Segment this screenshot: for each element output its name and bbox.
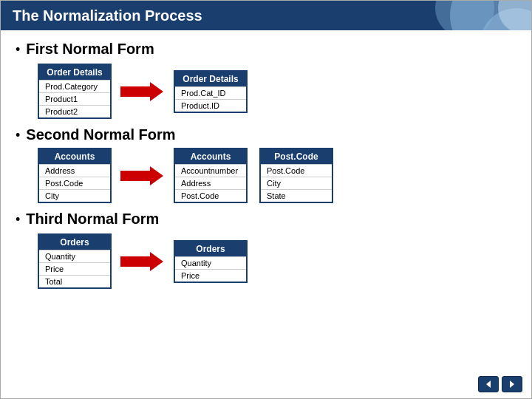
s2-right-row-2: City — [261, 177, 332, 189]
s3-left-row-2: Price — [39, 262, 110, 275]
page-title: The Normalization Process — [13, 7, 202, 24]
title-bar: The Normalization Process — [1, 1, 531, 30]
s2-middle-row-1: Accountnumber — [175, 164, 246, 177]
nav-back-button[interactable] — [478, 376, 499, 392]
s1-right-row-1: Prod.Cat_ID — [175, 86, 246, 99]
main-container: The Normalization Process • First Normal… — [0, 0, 532, 399]
s2-middle-row-2: Address — [175, 177, 246, 189]
section-1-title: First Normal Form — [26, 41, 154, 58]
section-3-tables: Orders Quantity Price Total Orders Quant… — [38, 233, 516, 289]
s2-left-table: Accounts Address Post.Code City — [38, 148, 112, 203]
s2-middle-table: Accounts Accountnumber Address Post.Code — [174, 148, 248, 203]
bullet-1: • — [16, 42, 20, 58]
s1-right-row-2: Product.ID — [175, 99, 246, 112]
s1-left-table: Order Details Prod.Category Product1 Pro… — [38, 64, 112, 119]
s2-left-header: Accounts — [39, 149, 110, 164]
s3-left-header: Orders — [39, 235, 110, 250]
svg-marker-7 — [486, 381, 491, 388]
s3-left-table: Orders Quantity Price Total — [38, 233, 112, 289]
s3-right-table: Orders Quantity Price — [174, 240, 248, 283]
s1-right-header: Order Details — [175, 72, 246, 86]
s2-left-row-3: City — [39, 189, 110, 202]
s2-middle-header: Accounts — [175, 149, 246, 164]
svg-marker-8 — [510, 381, 514, 388]
bullet-3: • — [16, 212, 20, 228]
s2-left-row-2: Post.Code — [39, 177, 110, 189]
s2-arrow — [120, 161, 165, 191]
content-area: • First Normal Form Order Details Prod.C… — [1, 30, 531, 299]
s2-right-row-3: State — [261, 189, 332, 202]
svg-marker-5 — [120, 166, 163, 185]
section-1-header: • First Normal Form — [16, 41, 516, 58]
s2-left-row-1: Address — [39, 164, 110, 177]
section-2-tables: Accounts Address Post.Code City Accounts… — [38, 148, 516, 203]
s2-right-header: Post.Code — [261, 149, 332, 164]
section-1-tables: Order Details Prod.Category Product1 Pro… — [38, 64, 516, 119]
s1-right-table: Order Details Prod.Cat_ID Product.ID — [174, 70, 248, 113]
section-3-title: Third Normal Form — [26, 211, 159, 228]
s2-right-table: Post.Code Post.Code City State — [259, 148, 333, 203]
section-3-header: • Third Normal Form — [16, 211, 516, 228]
svg-marker-4 — [120, 82, 163, 101]
s1-left-row-1: Prod.Category — [39, 80, 110, 92]
nav-buttons — [478, 376, 522, 392]
section-2-header: • Second Normal Form — [16, 126, 516, 143]
s2-right-row-1: Post.Code — [261, 164, 332, 177]
s1-left-row-3: Product2 — [39, 105, 110, 117]
s3-arrow — [120, 247, 165, 276]
s3-right-row-2: Price — [175, 269, 246, 282]
s3-right-header: Orders — [175, 242, 246, 256]
s1-left-row-2: Product1 — [39, 92, 110, 105]
svg-marker-6 — [120, 252, 163, 271]
nav-forward-button[interactable] — [502, 376, 522, 392]
s2-middle-row-3: Post.Code — [175, 189, 246, 202]
s3-left-row-3: Total — [39, 275, 110, 287]
section-2-title: Second Normal Form — [26, 126, 175, 143]
s3-right-row-1: Quantity — [175, 256, 246, 269]
s3-left-row-1: Quantity — [39, 250, 110, 262]
s1-left-header: Order Details — [39, 65, 110, 80]
s1-arrow — [120, 77, 165, 106]
bullet-2: • — [16, 128, 20, 143]
